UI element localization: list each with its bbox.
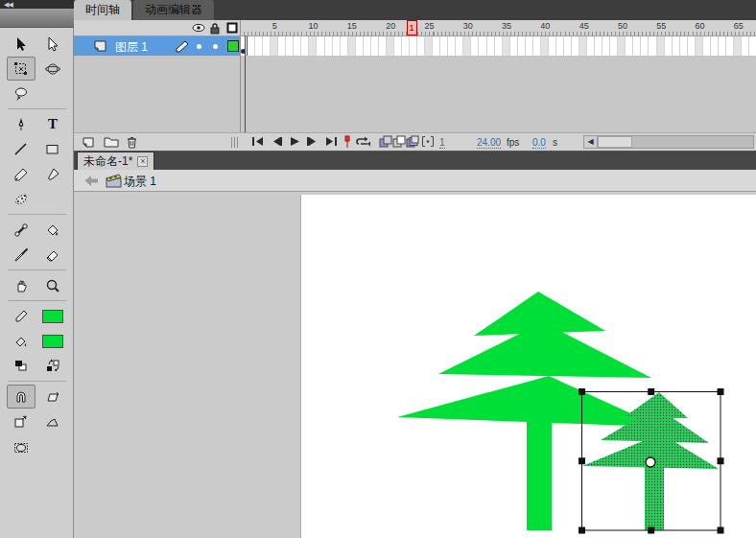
frame-cell[interactable] (433, 36, 440, 56)
layer-outline-color-swatch[interactable] (227, 40, 239, 52)
zoom-tool[interactable] (38, 273, 67, 297)
swap-colors-button[interactable] (38, 354, 67, 378)
frame-cell[interactable] (425, 36, 433, 56)
frame-cell[interactable] (564, 36, 572, 56)
frame-cell[interactable] (387, 36, 394, 56)
delete-layer-button[interactable] (126, 135, 138, 149)
frame-cell[interactable] (719, 36, 726, 56)
scene-breadcrumb[interactable]: 场景 1 (124, 174, 156, 190)
frame-cell[interactable] (657, 36, 665, 56)
show-hide-eye-icon[interactable] (192, 22, 205, 34)
frame-cell[interactable] (587, 36, 595, 56)
timeline-ruler[interactable]: 5101520253035404550556065 1 (240, 20, 756, 36)
frame-cell[interactable] (263, 36, 271, 56)
frame-cell[interactable] (341, 36, 348, 56)
frame-cell[interactable] (665, 36, 673, 56)
paint-bucket-tool[interactable] (38, 218, 67, 242)
layer-frames-divider[interactable] (240, 20, 241, 132)
layer-unlocked-dot[interactable] (213, 44, 218, 49)
frame-cell[interactable] (526, 36, 533, 56)
frame-cell[interactable] (379, 36, 387, 56)
go-to-first-frame-button[interactable] (251, 135, 265, 148)
frame-cell[interactable] (456, 36, 463, 56)
frames-row[interactable] (240, 36, 756, 56)
modify-markers-button[interactable] (421, 135, 435, 148)
frame-cell[interactable] (333, 36, 341, 56)
frame-cell[interactable] (649, 36, 656, 56)
frame-cell[interactable] (487, 36, 495, 56)
frame-cell[interactable] (726, 36, 734, 56)
frame-cell[interactable] (325, 36, 333, 56)
frame-cell[interactable] (309, 36, 317, 56)
scroll-left-arrow[interactable]: ◀ (584, 136, 598, 148)
rotate-and-skew-option[interactable] (38, 385, 67, 409)
large-pine-tree[interactable] (397, 292, 660, 530)
frame-cell[interactable] (479, 36, 486, 56)
timeline-empty-rows[interactable] (74, 56, 756, 132)
pencil-tool[interactable] (7, 162, 35, 186)
distort-option[interactable] (38, 409, 67, 433)
rectangle-tool[interactable] (38, 137, 67, 161)
new-layer-button[interactable] (82, 135, 96, 149)
frame-cell[interactable] (572, 36, 579, 56)
frame-cell[interactable] (510, 36, 518, 56)
layer-name-area[interactable]: 图层 1 (74, 36, 240, 56)
frame-cell[interactable] (626, 36, 633, 56)
frame-cell[interactable] (549, 36, 556, 56)
timeline-horizontal-scrollbar[interactable]: ◀ (583, 135, 754, 149)
frame-cell[interactable] (255, 36, 263, 56)
frame-cell[interactable] (711, 36, 719, 56)
tools-panel-header[interactable] (0, 9, 74, 28)
brush-tool[interactable] (38, 162, 67, 186)
onion-skin-button[interactable] (379, 135, 392, 148)
frame-cell[interactable] (463, 36, 471, 56)
outline-square-icon[interactable] (226, 22, 238, 34)
frame-cell[interactable] (703, 36, 711, 56)
fill-color-swatch[interactable] (38, 329, 67, 353)
playhead-line[interactable] (245, 35, 246, 132)
subselection-tool[interactable] (38, 32, 67, 56)
frame-cell[interactable] (294, 36, 301, 56)
play-button[interactable] (288, 135, 301, 148)
layer-visible-dot[interactable] (197, 44, 201, 49)
frame-cell[interactable] (394, 36, 402, 56)
frame-cell[interactable] (402, 36, 410, 56)
step-back-button[interactable] (270, 135, 283, 148)
text-tool[interactable]: T (38, 112, 67, 136)
frame-cell[interactable] (348, 36, 356, 56)
eyedropper-tool[interactable] (7, 243, 35, 267)
back-arrow-icon[interactable] (83, 175, 99, 187)
edit-multiple-frames-button[interactable] (406, 135, 419, 148)
frame-cell[interactable] (633, 36, 641, 56)
frame-cell[interactable] (410, 36, 417, 56)
center-frame-button[interactable] (343, 135, 351, 149)
pen-tool[interactable] (7, 112, 35, 136)
onion-skin-outlines-button[interactable] (392, 135, 406, 148)
new-folder-button[interactable] (104, 135, 119, 148)
frame-cell[interactable] (602, 36, 610, 56)
tab-motion-editor[interactable]: 动画编辑器 (133, 0, 214, 20)
stage-area[interactable] (74, 193, 756, 538)
frame-cell[interactable] (579, 36, 587, 56)
snap-to-objects-option[interactable] (7, 385, 35, 409)
frame-cell[interactable] (248, 36, 255, 56)
collapse-panel-button[interactable]: ◀◀ (0, 0, 74, 9)
selection-tool[interactable] (7, 32, 35, 56)
stroke-color-swatch[interactable] (38, 304, 67, 328)
frame-cell[interactable] (688, 36, 696, 56)
tab-timeline[interactable]: 时间轴 (74, 0, 131, 20)
loop-playback-button[interactable] (355, 135, 372, 148)
black-and-white-button[interactable] (7, 354, 35, 378)
frame-cell[interactable] (503, 36, 510, 56)
playhead-marker[interactable]: 1 (407, 20, 417, 35)
free-transform-tool[interactable] (7, 57, 35, 81)
hand-tool[interactable] (7, 273, 35, 297)
current-frame-value[interactable]: 1 (439, 137, 445, 149)
frame-rate-value[interactable]: 24.00 (477, 137, 501, 149)
frame-cell[interactable] (610, 36, 618, 56)
frame-cell[interactable] (742, 36, 749, 56)
frame-cell[interactable] (734, 36, 742, 56)
frame-cell[interactable] (278, 36, 286, 56)
close-document-icon[interactable]: × (137, 156, 148, 167)
frame-cell[interactable] (301, 36, 309, 56)
